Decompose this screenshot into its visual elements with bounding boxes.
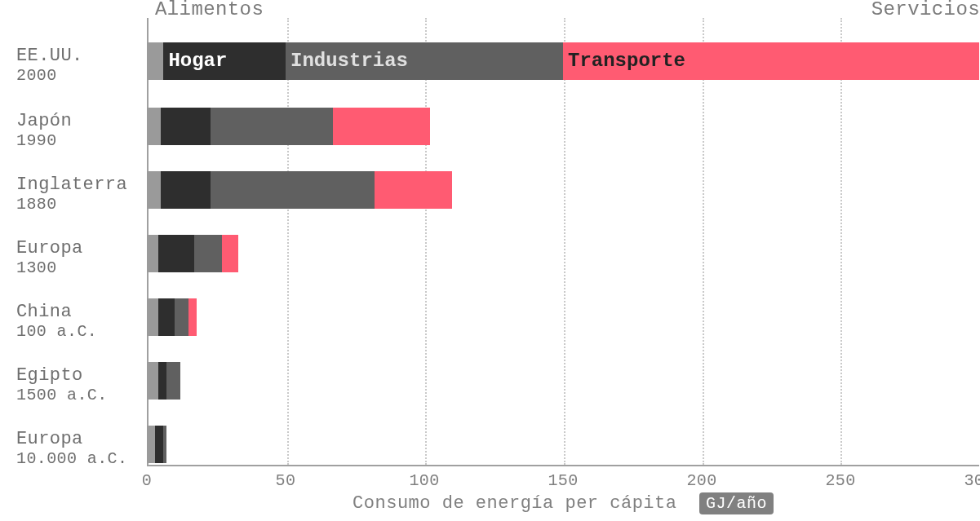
y-year: 1500 a.C. — [16, 386, 131, 404]
x-tick: 250 — [825, 471, 855, 490]
y-country: Europa — [16, 429, 131, 449]
bar-segment — [147, 108, 161, 145]
bar-segment — [161, 171, 211, 209]
bar-segment — [375, 171, 452, 209]
bar-segment — [222, 235, 238, 272]
x-axis-unit-badge: GJ/año — [699, 492, 774, 514]
bar-segment — [147, 235, 158, 272]
y-country: EE.UU. — [16, 46, 131, 66]
x-tick: 150 — [548, 471, 578, 490]
bar-segment — [333, 108, 430, 145]
bar-row — [147, 108, 979, 145]
y-year: 10.000 a.C. — [16, 449, 131, 468]
bar-segment — [163, 426, 166, 463]
y-item: China100 a.C. — [16, 302, 131, 341]
y-item: Inglaterra1880 — [16, 174, 131, 214]
bar-segment — [188, 298, 197, 336]
bar-row — [147, 235, 979, 272]
bar-segment — [166, 362, 180, 400]
y-item: Europa1300 — [16, 238, 131, 277]
y-country: Inglaterra — [16, 174, 131, 195]
bar-segment — [147, 42, 163, 80]
y-country: Japón — [16, 111, 131, 131]
y-year: 1990 — [16, 131, 131, 150]
plot-area: 0 50 100 150 200 250 300 HogarIndustrias… — [147, 18, 979, 466]
x-axis-label: Consumo de energía per cápita — [353, 493, 676, 514]
x-tick: 100 — [409, 471, 439, 490]
bar-segment — [194, 235, 222, 272]
y-year: 2000 — [16, 66, 131, 85]
bar-segment — [211, 171, 375, 209]
bar-segment — [175, 298, 188, 336]
y-country: China — [16, 302, 131, 322]
y-item: Europa10.000 a.C. — [16, 429, 131, 468]
x-tick: 50 — [276, 471, 296, 490]
bar-segment — [161, 108, 211, 145]
y-year: 100 a.C. — [16, 322, 131, 341]
bar-segment-label: Hogar — [163, 42, 227, 80]
y-item: EE.UU.2000 — [16, 46, 131, 85]
bar-segment-label: Industrias — [286, 42, 408, 80]
bar-segment — [211, 108, 333, 145]
bar-segment — [158, 298, 175, 336]
bar-row — [147, 362, 979, 400]
y-item: Egipto1500 a.C. — [16, 365, 131, 404]
bar-segment — [158, 362, 166, 400]
x-tick: 200 — [686, 471, 716, 490]
bar-segment — [147, 171, 161, 209]
bar-row — [147, 426, 979, 463]
y-item: Japón1990 — [16, 111, 131, 150]
bar-segment — [155, 426, 163, 463]
x-tick: 300 — [964, 471, 980, 490]
y-country: Europa — [16, 238, 131, 258]
chart-container: Alimentos Servicios EE.UU.2000 Japón1990… — [0, 0, 980, 521]
y-year: 1300 — [16, 258, 131, 277]
y-country: Egipto — [16, 365, 131, 386]
x-tick: 0 — [142, 471, 152, 490]
bar-segment — [147, 426, 155, 463]
bar-segment — [147, 362, 158, 400]
y-axis: EE.UU.2000 Japón1990 Inglaterra1880 Euro… — [0, 18, 139, 466]
bar-row — [147, 171, 979, 209]
x-axis-title: Consumo de energía per cápita GJ/año — [147, 492, 979, 514]
y-year: 1880 — [16, 195, 131, 214]
bar-segment — [158, 235, 194, 272]
bar-segment — [147, 298, 158, 336]
bar-segment-label: Transporte — [563, 42, 685, 80]
bar-row — [147, 298, 979, 336]
